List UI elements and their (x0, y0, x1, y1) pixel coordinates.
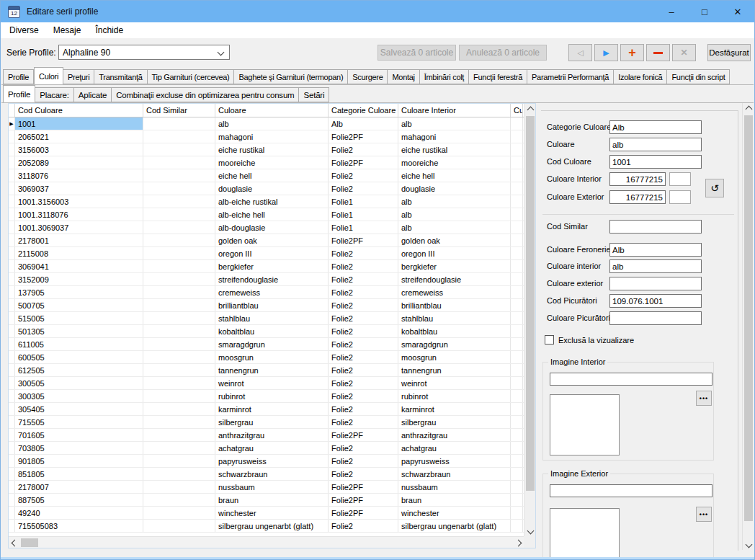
table-cell[interactable]: Folie2 (329, 416, 398, 428)
culoare-interior-text-input[interactable] (609, 259, 702, 273)
table-cell[interactable] (511, 117, 523, 130)
table-cell[interactable]: oregon III (398, 247, 511, 259)
table-cell[interactable] (511, 208, 523, 221)
table-row[interactable]: 3156003eiche rustikalFolie2eiche rustika… (9, 143, 535, 156)
table-cell[interactable]: weinrot (398, 377, 511, 389)
undo-colors-button[interactable]: ↺ (705, 179, 724, 197)
table-cell[interactable] (143, 377, 215, 389)
culoare-exterior-text-input[interactable] (609, 277, 702, 290)
expand-button[interactable]: Desfăşurat (707, 44, 751, 61)
table-cell[interactable]: anthrazitgrau (215, 429, 329, 441)
table-row[interactable]: 3069037douglasieFolie2douglasie (9, 182, 535, 195)
table-row[interactable]: 2115008oregon IIIFolie2oregon III (9, 247, 535, 260)
table-cell[interactable]: cremeweiss (215, 286, 329, 298)
table-cell[interactable]: achatgrau (215, 442, 329, 454)
table-cell[interactable] (511, 247, 523, 259)
tab-sub-0[interactable]: Profile (3, 85, 35, 103)
table-row[interactable]: 3069041bergkieferFolie2bergkiefer (9, 260, 535, 273)
table-cell[interactable] (511, 429, 523, 441)
table-cell[interactable]: alb-eiche hell (215, 208, 329, 221)
table-cell[interactable]: 3069041 (15, 260, 143, 272)
tab-sub-1[interactable]: Placare: (35, 87, 74, 102)
table-cell[interactable]: 2178001 (15, 234, 143, 246)
table-cell[interactable] (511, 364, 523, 376)
table-cell[interactable]: Folie2 (329, 325, 398, 337)
table-cell[interactable]: Folie2 (329, 273, 398, 285)
table-row[interactable]: 715505083silbergrau ungenarbt (glatt)Fol… (9, 520, 535, 533)
table-cell[interactable]: braun (215, 494, 329, 506)
table-cell[interactable]: 515005 (15, 312, 143, 324)
table-cell[interactable]: 137905 (15, 286, 143, 298)
table-cell[interactable]: 501305 (15, 325, 143, 337)
table-cell[interactable]: 3156003 (15, 143, 143, 156)
table-cell[interactable]: 49240 (15, 507, 143, 519)
tab-main-11[interactable]: Izolare fonică (614, 69, 667, 84)
table-cell[interactable]: mahagoni (215, 130, 329, 143)
table-cell[interactable]: Folie2 (329, 182, 398, 195)
table-cell[interactable]: 2052089 (15, 156, 143, 169)
culoare-exterior-swatch[interactable] (669, 190, 691, 204)
imagine-exterior-browse-button[interactable]: ••• (696, 507, 712, 522)
table-cell[interactable]: Folie2 (329, 442, 398, 454)
table-row[interactable]: 305405karminrotFolie2karminrot (9, 403, 535, 416)
table-cell[interactable]: achatgrau (398, 442, 511, 454)
table-cell[interactable]: Folie1 (329, 208, 398, 221)
table-cell[interactable] (143, 338, 215, 350)
exclusa-checkbox[interactable] (545, 335, 554, 345)
table-cell[interactable] (143, 468, 215, 480)
tab-main-12[interactable]: Funcţii din script (667, 69, 730, 84)
culoare-picuratori-input[interactable] (609, 311, 702, 325)
table-cell[interactable]: Folie2 (329, 143, 398, 156)
cod-culoare-input[interactable] (609, 155, 702, 169)
table-cell[interactable]: kobaltblau (398, 325, 511, 337)
menu-item-0[interactable]: Diverse (2, 22, 46, 38)
tab-main-2[interactable]: Preţuri (63, 69, 94, 84)
table-cell[interactable] (511, 299, 523, 311)
tab-main-3[interactable]: Transmitanţă (94, 69, 147, 84)
imagine-exterior-path-input[interactable] (550, 484, 712, 497)
table-cell[interactable]: mooreiche (398, 156, 511, 169)
table-cell[interactable] (511, 494, 523, 506)
table-row[interactable]: 715505silbergrauFolie2silbergrau (9, 416, 535, 429)
table-cell[interactable]: Folie1 (329, 221, 398, 234)
table-cell[interactable]: 305405 (15, 403, 143, 415)
table-cell[interactable]: douglasie (398, 182, 511, 195)
table-cell[interactable] (511, 156, 523, 169)
table-cell[interactable] (511, 260, 523, 272)
table-cell[interactable] (143, 520, 215, 532)
table-cell[interactable]: 703805 (15, 442, 143, 454)
table-cell[interactable]: eiche rustikal (398, 143, 511, 156)
table-cell[interactable]: 2115008 (15, 247, 143, 259)
tab-main-5[interactable]: Baghete şi Garnituri (termopan) (234, 69, 348, 84)
culoare-exterior-input[interactable] (609, 190, 666, 204)
table-cell[interactable]: Folie2 (329, 247, 398, 259)
table-cell[interactable]: papyrusweiss (398, 455, 511, 467)
table-cell[interactable]: Folie2PF (329, 234, 398, 246)
table-cell[interactable]: tannengrun (215, 364, 329, 376)
table-cell[interactable] (511, 403, 523, 415)
table-cell[interactable]: nussbaum (215, 481, 329, 493)
table-cell[interactable]: 611005 (15, 338, 143, 350)
table-cell[interactable] (143, 221, 215, 234)
table-cell[interactable]: Folie2 (329, 260, 398, 272)
table-cell[interactable]: alb (398, 221, 511, 234)
imagine-interior-path-input[interactable] (550, 373, 712, 386)
table-cell[interactable]: 1001 (15, 117, 143, 130)
table-cell[interactable]: Folie2 (329, 338, 398, 350)
table-row[interactable]: 611005smaragdgrunFolie2smaragdgrun (9, 338, 535, 351)
table-row[interactable]: 887505braunFolie2PFbraun (9, 494, 535, 507)
table-row[interactable]: 2178007nussbaumFolie2PFnussbaum (9, 481, 535, 494)
tab-sub-4[interactable]: Setări (299, 87, 329, 102)
table-cell[interactable]: Folie2 (329, 299, 398, 311)
table-row[interactable]: 300305rubinrotFolie2rubinrot (9, 390, 535, 403)
table-cell[interactable] (511, 234, 523, 246)
table-cell[interactable] (143, 455, 215, 467)
table-cell[interactable]: moosgrun (398, 351, 511, 363)
table-row[interactable]: 137905cremeweissFolie2cremeweiss (9, 286, 535, 299)
table-cell[interactable]: Folie2 (329, 169, 398, 182)
header-col-1[interactable]: Cod Similar (143, 104, 215, 117)
table-cell[interactable]: 851805 (15, 468, 143, 480)
table-cell[interactable]: alb (398, 208, 511, 221)
table-cell[interactable]: 715505083 (15, 520, 143, 532)
table-row[interactable]: 1001.3156003alb-eiche rustikalFolie1alb (9, 195, 535, 208)
